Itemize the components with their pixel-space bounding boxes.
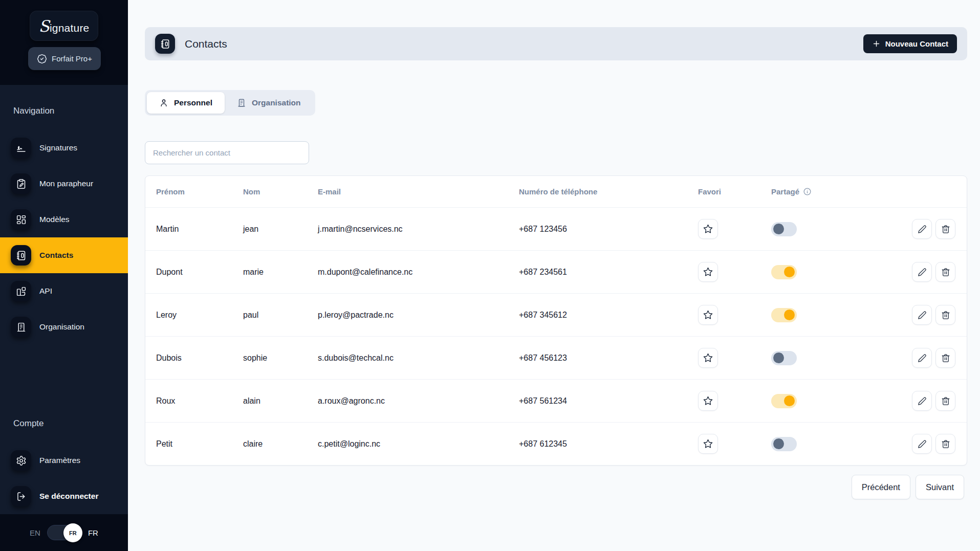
cell-actions — [912, 262, 955, 282]
sidebar-item-label: API — [39, 286, 52, 296]
sidebar-item-parametres[interactable]: Paramètres — [0, 443, 128, 478]
column-header-partage: Partagé — [771, 187, 912, 196]
toggle-knob — [773, 224, 784, 234]
column-header-phone: Numéro de téléphone — [519, 187, 698, 196]
shared-toggle[interactable] — [771, 308, 797, 322]
cell-favori — [698, 305, 771, 325]
sidebar-item-api[interactable]: API — [0, 273, 128, 309]
cell-prenom: Martin — [156, 225, 243, 234]
sidebar-item-contacts[interactable]: Contacts — [0, 237, 128, 273]
cell-favori — [698, 348, 771, 368]
cell-email: p.leroy@pactrade.nc — [318, 311, 519, 320]
next-page-button[interactable]: Suivant — [916, 475, 964, 499]
sidebar-item-label: Modèles — [39, 215, 70, 224]
delete-button[interactable] — [935, 262, 955, 282]
edit-button[interactable] — [912, 219, 932, 239]
shared-toggle[interactable] — [771, 394, 797, 408]
language-label-en: EN — [30, 528, 40, 537]
column-header-email: E-mail — [318, 187, 519, 196]
edit-button[interactable] — [912, 262, 932, 282]
favorite-button[interactable] — [698, 262, 718, 282]
favorite-button[interactable] — [698, 305, 718, 325]
nav-section-header: Navigation — [13, 106, 128, 116]
delete-button[interactable] — [935, 391, 955, 411]
building-icon — [237, 98, 246, 107]
cell-favori — [698, 434, 771, 454]
search-input[interactable] — [145, 141, 309, 164]
account-section-header: Compte — [13, 418, 128, 429]
favorite-button[interactable] — [698, 348, 718, 368]
contacts-table: Prénom Nom E-mail Numéro de téléphone Fa… — [145, 175, 967, 466]
toggle-knob — [773, 352, 784, 363]
delete-button[interactable] — [935, 305, 955, 325]
cell-actions — [912, 434, 955, 454]
new-contact-button[interactable]: Nouveau Contact — [863, 34, 957, 53]
user-icon — [159, 98, 168, 107]
info-icon — [803, 187, 812, 196]
favorite-button[interactable] — [698, 434, 718, 454]
edit-button[interactable] — [912, 434, 932, 454]
shared-toggle[interactable] — [771, 351, 797, 365]
edit-button[interactable] — [912, 305, 932, 325]
tab-organisation[interactable]: Organisation — [225, 92, 313, 114]
plus-icon — [872, 39, 881, 48]
page-header: Contacts Nouveau Contact — [145, 27, 967, 60]
cell-email: c.petit@loginc.nc — [318, 439, 519, 449]
cell-email: j.martin@ncservices.nc — [318, 225, 519, 234]
page-title: Contacts — [185, 38, 227, 50]
sidebar-item-organisation[interactable]: Organisation — [0, 309, 128, 345]
sidebar-item-modeles[interactable]: Modèles — [0, 202, 128, 237]
language-toggle-knob: FR — [63, 523, 82, 542]
address-book-icon — [11, 245, 31, 266]
sidebar-item-signatures[interactable]: Signatures — [0, 130, 128, 166]
cell-prenom: Roux — [156, 396, 243, 406]
cell-phone: +687 123456 — [519, 225, 698, 234]
cell-partage — [771, 265, 912, 279]
shared-toggle[interactable] — [771, 222, 797, 236]
favorite-button[interactable] — [698, 219, 718, 239]
column-header-prenom: Prénom — [156, 187, 243, 196]
tab-personnel[interactable]: Personnel — [147, 92, 225, 114]
cell-nom: sophie — [243, 354, 318, 363]
sidebar: Signature Forfait Pro+ Navigation — [0, 0, 128, 551]
tab-label: Organisation — [252, 98, 301, 107]
cell-prenom: Petit — [156, 439, 243, 449]
cell-nom: jean — [243, 225, 318, 234]
sidebar-item-mon-parapheur[interactable]: Mon parapheur — [0, 166, 128, 202]
edit-button[interactable] — [912, 348, 932, 368]
sidebar-item-label: Se déconnecter — [39, 492, 98, 501]
cell-nom: paul — [243, 311, 318, 320]
column-header-favori: Favori — [698, 187, 771, 196]
cell-email: a.roux@agronc.nc — [318, 396, 519, 406]
main-content: Contacts Nouveau Contact Personnel — [128, 0, 980, 551]
pagination: Précédent Suivant — [145, 475, 967, 499]
edit-button[interactable] — [912, 391, 932, 411]
delete-button[interactable] — [935, 434, 955, 454]
cell-partage — [771, 437, 912, 451]
cell-partage — [771, 351, 912, 365]
table-body: Martin jean j.martin@ncservices.nc +687 … — [145, 207, 967, 465]
previous-page-button[interactable]: Précédent — [852, 475, 910, 499]
shared-toggle[interactable] — [771, 265, 797, 279]
column-header-partage-label: Partagé — [771, 187, 799, 196]
delete-button[interactable] — [935, 219, 955, 239]
new-contact-label: Nouveau Contact — [885, 39, 948, 48]
table-row: Roux alain a.roux@agronc.nc +687 561234 — [145, 379, 967, 422]
cell-email: m.dupont@calefinance.nc — [318, 268, 519, 277]
cell-actions — [912, 305, 955, 325]
cell-phone: +687 456123 — [519, 354, 698, 363]
delete-button[interactable] — [935, 348, 955, 368]
toggle-knob — [784, 310, 795, 320]
cell-phone: +687 345612 — [519, 311, 698, 320]
cell-prenom: Leroy — [156, 311, 243, 320]
cell-partage — [771, 308, 912, 322]
plan-badge-label: Forfait Pro+ — [52, 54, 92, 63]
shared-toggle[interactable] — [771, 437, 797, 451]
cell-partage — [771, 394, 912, 408]
toggle-knob — [773, 438, 784, 449]
blocks-icon — [11, 281, 31, 301]
sidebar-item-logout[interactable]: Se déconnecter — [0, 478, 128, 514]
language-toggle[interactable]: FR — [47, 525, 81, 540]
cell-prenom: Dupont — [156, 268, 243, 277]
favorite-button[interactable] — [698, 391, 718, 411]
